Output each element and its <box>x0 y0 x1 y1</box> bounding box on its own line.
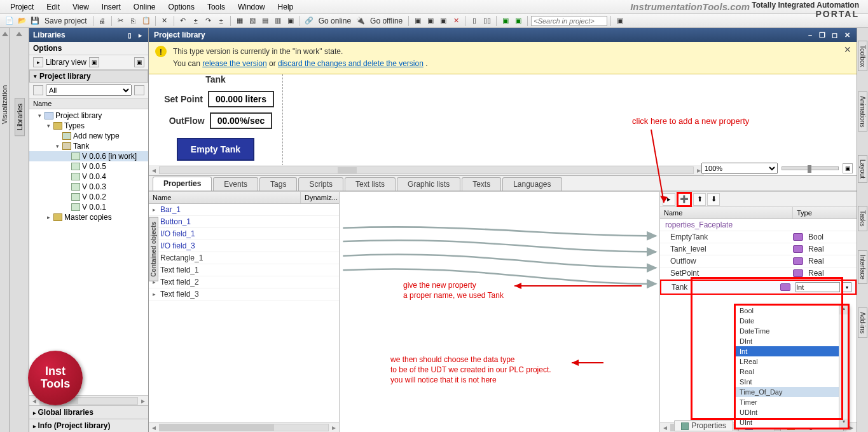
col-if-name[interactable]: Name <box>660 207 793 219</box>
project-library-header[interactable]: Project library <box>29 70 148 83</box>
tab-languages[interactable]: Languages <box>502 177 561 191</box>
type-option[interactable]: Real <box>736 367 848 377</box>
col-name[interactable]: Name <box>149 192 301 203</box>
vtab-interface[interactable]: Interface <box>858 250 867 284</box>
add-property-button[interactable]: ➕ <box>677 192 692 207</box>
type-option[interactable]: Date <box>736 316 848 326</box>
tb-icon-5[interactable]: ▣ <box>285 15 296 27</box>
global-libraries-header[interactable]: Global libraries <box>29 405 148 419</box>
tree-master-copies[interactable]: ▸Master copies <box>29 212 148 222</box>
zoom-slider[interactable] <box>782 166 839 170</box>
tb-icon-3[interactable]: ▤ <box>259 15 271 27</box>
type-option[interactable]: SInt <box>736 377 848 387</box>
scroll-left-icon[interactable]: ◂ <box>660 423 670 432</box>
tree-version-0[interactable]: V 0.0.6 [in work] <box>29 151 148 161</box>
canvas-grid[interactable] <box>282 74 857 175</box>
menu-online[interactable]: Online <box>127 1 162 13</box>
if-btn-4[interactable]: ⬇ <box>707 193 720 206</box>
expand-icon[interactable] <box>2 32 8 36</box>
type-option[interactable]: Timer <box>736 397 848 407</box>
if-btn-1[interactable]: ▸ <box>663 193 675 206</box>
tree-tank[interactable]: ▾Tank <box>29 141 148 151</box>
vtab-layout[interactable]: Layout <box>858 155 867 183</box>
library-view-icon[interactable]: ▸ <box>33 57 43 67</box>
cut-icon[interactable]: ✂ <box>115 15 127 27</box>
save-project-label[interactable]: Save project <box>42 17 90 25</box>
tree-version-2[interactable]: V 0.0.4 <box>29 172 148 182</box>
dropdown-scrollbar[interactable]: ▴ ▾ <box>839 306 848 428</box>
window-restore-icon[interactable]: ❐ <box>818 31 827 39</box>
tree-project-library[interactable]: ▾Project library <box>29 111 148 121</box>
type-option[interactable]: LReal <box>736 356 848 367</box>
tb-icon-8[interactable]: ▣ <box>437 15 449 27</box>
library-view-btn-3[interactable]: ▣ <box>134 57 144 67</box>
tab-text-lists[interactable]: Text lists <box>345 177 396 191</box>
tb-icon-4[interactable]: ▥ <box>272 15 284 27</box>
vtab-addins[interactable]: Add-ins <box>858 307 867 338</box>
tb-icon-6[interactable]: ▣ <box>412 15 424 27</box>
tb-icon-2[interactable]: ▧ <box>247 15 258 27</box>
paste-icon[interactable]: 📋 <box>141 15 152 27</box>
preview-hscroll[interactable]: ◂ ▸ <box>149 165 704 175</box>
footer-properties-tab[interactable]: Properties <box>674 420 733 431</box>
type-option[interactable]: DInt <box>736 336 848 346</box>
new-project-icon[interactable]: 📄 <box>4 15 15 27</box>
panel-btn-1[interactable]: ▯ <box>125 30 134 39</box>
tab-tags[interactable]: Tags <box>259 177 297 191</box>
menu-insert[interactable]: Insert <box>95 1 127 13</box>
hscroll-thumb[interactable] <box>338 167 357 173</box>
vtab-tasks[interactable]: Tasks <box>858 206 867 231</box>
filter-icon-2[interactable] <box>134 85 144 95</box>
menu-tools[interactable]: Tools <box>201 1 231 13</box>
tb-icon-1[interactable]: ▦ <box>234 15 245 27</box>
redo-dd-icon[interactable]: ± <box>216 15 227 27</box>
vtab-toolbox[interactable]: Toolbox <box>858 41 867 71</box>
tab-graphic-lists[interactable]: Graphic lists <box>397 177 460 191</box>
panel-btn-2[interactable]: ▸ <box>135 30 144 39</box>
type-option[interactable]: Bool <box>736 306 848 316</box>
menu-options[interactable]: Options <box>162 1 201 13</box>
if-btn-3[interactable]: ⬆ <box>693 193 706 206</box>
tree-types[interactable]: ▾Types <box>29 121 148 131</box>
tree-version-3[interactable]: V 0.0.3 <box>29 182 148 192</box>
info-project-library-header[interactable]: Info (Project library) <box>29 419 148 432</box>
save-project-icon[interactable]: 💾 <box>29 15 41 27</box>
empty-tank-button[interactable]: Empty Tank <box>177 138 254 161</box>
window-max-icon[interactable]: ◻ <box>830 31 839 39</box>
tree-version-5[interactable]: V 0.0.1 <box>29 202 148 212</box>
release-version-link[interactable]: release the version <box>202 59 266 68</box>
menu-project[interactable]: Project <box>4 1 40 13</box>
zoom-select[interactable]: 100% <box>701 163 778 174</box>
menu-edit[interactable]: Edit <box>40 1 66 13</box>
tab-events[interactable]: Events <box>213 177 258 191</box>
copy-icon[interactable]: ⎘ <box>128 15 139 27</box>
delete-icon[interactable]: ✕ <box>159 15 170 27</box>
type-dropdown-icon[interactable]: ▾ <box>843 282 851 292</box>
undo-icon[interactable]: ↶ <box>177 15 189 27</box>
interface-row-tank[interactable]: Tank▾ <box>660 280 857 295</box>
tab-properties[interactable]: Properties <box>153 177 212 191</box>
redo-icon[interactable]: ↷ <box>203 15 214 27</box>
library-view-btn-2[interactable]: ▣ <box>89 57 99 67</box>
menu-help[interactable]: Help <box>272 1 300 13</box>
undo-dd-icon[interactable]: ± <box>190 15 202 27</box>
discard-version-link[interactable]: discard the changes and delete the versi… <box>278 59 424 68</box>
scroll-right-icon[interactable]: ▸ <box>329 423 339 432</box>
interface-root[interactable]: roperties_Faceplate <box>660 219 857 231</box>
type-dropdown[interactable]: Bool Date DateTime DInt Int LReal Real S… <box>735 305 848 428</box>
tb-icon-11[interactable]: ▯▯ <box>481 15 493 27</box>
vtab-libraries[interactable]: Libraries <box>15 98 25 136</box>
scroll-down-icon[interactable]: ▾ <box>839 419 848 428</box>
expand-icon[interactable] <box>16 32 22 36</box>
go-offline-icon[interactable]: 🔌 <box>355 15 366 27</box>
window-close-icon[interactable]: ✕ <box>843 31 851 39</box>
type-option-hover[interactable]: Time_Of_Day <box>736 387 848 397</box>
type-option[interactable]: UDInt <box>736 407 848 417</box>
search-input[interactable] <box>531 16 607 26</box>
banner-close-icon[interactable]: ✕ <box>844 44 851 55</box>
vtab-visualization[interactable]: Visualization <box>1 85 8 125</box>
go-online-icon[interactable]: 🔗 <box>303 15 315 27</box>
tb-icon-9[interactable]: ✕ <box>450 15 462 27</box>
col-if-type[interactable]: Type <box>793 207 857 219</box>
go-online-label[interactable]: Go online <box>316 17 354 25</box>
